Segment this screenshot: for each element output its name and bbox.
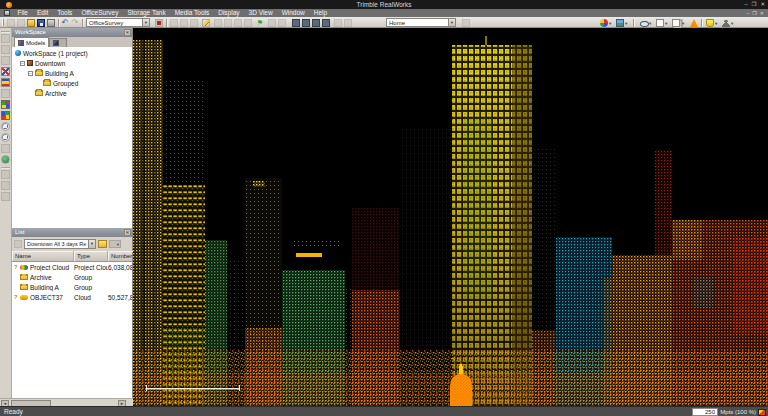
chevron-down-icon[interactable]: ▾: [609, 21, 614, 26]
points-budget-input[interactable]: [692, 408, 718, 416]
undo-icon[interactable]: ↶: [61, 19, 69, 27]
axis-tool-icon[interactable]: [1, 67, 10, 76]
chevron-down-icon[interactable]: ▾: [88, 240, 95, 248]
chevron-down-icon[interactable]: ▾: [649, 21, 654, 26]
mesh-icon[interactable]: [224, 19, 232, 27]
world-view-icon[interactable]: [1, 155, 10, 164]
menu-3d-view[interactable]: 3D View: [244, 9, 277, 17]
filter-icon[interactable]: [14, 240, 22, 248]
view-select[interactable]: Home ▾: [386, 18, 456, 27]
point-density-icon[interactable]: [758, 409, 766, 416]
lock-tool-icon[interactable]: [1, 89, 10, 98]
tree-item-grouped[interactable]: Grouped: [12, 78, 132, 88]
sampling-icon[interactable]: [180, 19, 188, 27]
column-header-name[interactable]: Name: [12, 251, 74, 261]
menu-tools[interactable]: Tools: [53, 9, 77, 17]
menu-window[interactable]: Window: [277, 9, 309, 17]
table-row[interactable]: Building A Group: [12, 282, 132, 292]
menu-officesurvey[interactable]: OfficeSurvey: [77, 9, 123, 17]
eye-icon[interactable]: [640, 19, 648, 27]
user-view-icon[interactable]: [722, 19, 730, 27]
close-icon[interactable]: ✕: [124, 29, 131, 36]
table-row[interactable]: ? Project Cloud Project Cloud 6,038,088: [12, 262, 132, 272]
collapse-icon[interactable]: −: [20, 61, 25, 66]
page-icon[interactable]: [656, 19, 664, 27]
list-horizontal-scrollbar[interactable]: ◄ ►: [0, 398, 133, 406]
cut-icon[interactable]: [7, 19, 15, 27]
mdi-close-icon[interactable]: ✕: [760, 9, 764, 17]
measure-icon[interactable]: [202, 19, 210, 27]
ortho-icon[interactable]: [278, 19, 286, 27]
contour-icon[interactable]: [234, 19, 242, 27]
matrix-icon[interactable]: [322, 19, 330, 27]
annotation-tool-icon[interactable]: [1, 78, 10, 87]
annotation-icon[interactable]: [268, 19, 276, 27]
list-panel-header[interactable]: List ✕: [12, 228, 132, 237]
filter-select[interactable]: Downtown All 3 days Re ▾: [24, 239, 96, 249]
fit-icon[interactable]: [214, 19, 222, 27]
clip-tool-icon[interactable]: [1, 144, 10, 153]
menu-help[interactable]: Help: [309, 9, 331, 17]
chevron-down-icon[interactable]: ▾: [142, 19, 149, 26]
zoom-in-icon[interactable]: [1, 122, 10, 131]
intensity-mode-icon[interactable]: [1, 111, 10, 120]
close-icon[interactable]: ✕: [124, 229, 131, 236]
chevron-down-icon[interactable]: ▾: [715, 21, 720, 26]
close-icon[interactable]: ✕: [760, 0, 765, 9]
workspace-panel-header[interactable]: WorkSpace ✕: [12, 28, 132, 37]
tree-item-workspace[interactable]: WorkSpace (1 project): [12, 48, 132, 58]
tree-item-downtown[interactable]: − Downtown: [12, 58, 132, 68]
chevron-down-icon[interactable]: ▾: [682, 21, 687, 26]
cone-icon[interactable]: [690, 19, 698, 27]
copy-icon[interactable]: [17, 19, 25, 27]
station-view-icon[interactable]: [1, 181, 10, 190]
menu-media-tools[interactable]: Media Tools: [170, 9, 214, 17]
chevron-down-icon[interactable]: ▾: [731, 21, 736, 26]
import-icon[interactable]: [344, 19, 352, 27]
register-icon[interactable]: [190, 19, 198, 27]
menu-storage-tank[interactable]: Storage Tank: [123, 9, 170, 17]
report-table-icon[interactable]: [292, 19, 300, 27]
color-wheel-icon[interactable]: [600, 19, 608, 27]
chevron-down-icon[interactable]: ▾: [625, 21, 630, 26]
new-folder-icon[interactable]: [98, 240, 107, 248]
camera-icon[interactable]: [462, 19, 470, 27]
chart-icon[interactable]: [302, 19, 310, 27]
table-row[interactable]: ? OBJECT37 Cloud 50,527,87: [12, 292, 132, 302]
redo-icon[interactable]: ↷: [71, 19, 79, 27]
toolbar-grip[interactable]: [2, 19, 4, 26]
3d-viewport[interactable]: [133, 28, 768, 406]
menu-file[interactable]: File: [13, 9, 32, 17]
minimize-icon[interactable]: –: [744, 0, 747, 9]
open-project-icon[interactable]: [27, 19, 35, 27]
walkthrough-icon[interactable]: [1, 192, 10, 201]
tree-item-archive[interactable]: Archive: [12, 88, 132, 98]
tab-models[interactable]: Models: [14, 37, 49, 47]
table-row[interactable]: Archive Group: [12, 272, 132, 282]
save-icon[interactable]: [37, 19, 45, 27]
limit-box-icon[interactable]: [1, 170, 10, 179]
grid-view-icon[interactable]: [312, 19, 320, 27]
pan-tool-icon[interactable]: [1, 45, 10, 54]
target-icon[interactable]: [155, 19, 163, 27]
maximize-icon[interactable]: ❐: [751, 0, 756, 9]
collapse-icon[interactable]: −: [28, 71, 33, 76]
mdi-minimize-icon[interactable]: –: [747, 9, 750, 17]
chevron-down-icon[interactable]: ▾: [448, 19, 455, 26]
marker-icon[interactable]: [706, 19, 714, 27]
zoom-extents-icon[interactable]: [1, 133, 10, 142]
image-render-icon[interactable]: [616, 19, 624, 27]
menu-edit[interactable]: Edit: [32, 9, 52, 17]
segmentation-icon[interactable]: [170, 19, 178, 27]
mode-select[interactable]: OfficeSurvey ▾: [86, 18, 150, 27]
menu-display[interactable]: Display: [214, 9, 244, 17]
pages-icon[interactable]: [672, 19, 680, 27]
rotate-tool-icon[interactable]: [1, 56, 10, 65]
view-options-icon[interactable]: ▾: [109, 240, 121, 248]
column-header-type[interactable]: Type: [74, 251, 108, 261]
select-tool-icon[interactable]: [1, 34, 10, 43]
tab-scans[interactable]: [49, 38, 67, 47]
tree-item-building-a[interactable]: − Building A: [12, 68, 132, 78]
export-icon[interactable]: [334, 19, 342, 27]
chevron-down-icon[interactable]: ▾: [665, 21, 670, 26]
